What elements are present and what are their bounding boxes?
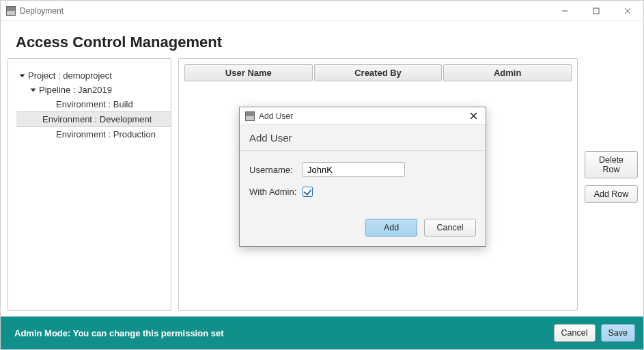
with-admin-label: With Admin: [249,187,303,197]
tree-panel: Project : demoproject Pipeline : Jan2019… [8,58,171,311]
window-title: Deployment [20,6,64,16]
add-user-dialog: Add User Add User Username: With Admin: [239,107,486,247]
app-window: Deployment Access Control Management Pro… [0,0,644,350]
page-title: Access Control Management [16,33,628,51]
close-button[interactable] [612,1,643,21]
tree-pipeline-label: Pipeline : Jan2019 [39,85,112,95]
tree-env-dev-label: Environment : Development [42,114,152,124]
window-controls [549,1,643,21]
titlebar: Deployment [1,1,643,21]
footer-cancel-button[interactable]: Cancel [554,324,596,342]
dialog-cancel-button[interactable]: Cancel [424,219,476,237]
chevron-down-icon [20,74,25,77]
add-row-button[interactable]: Add Row [585,185,638,203]
with-admin-checkbox[interactable] [303,187,313,197]
delete-row-button[interactable]: Delete Row [585,151,638,178]
page-header: Access Control Management [1,21,643,58]
dialog-actions: Add Cancel [240,213,486,246]
tree-env-build-label: Environment : Build [56,99,133,109]
tree-project-label: Project : demoproject [28,70,112,81]
chevron-down-icon [31,88,36,92]
dialog-titlebar: Add User [240,107,486,125]
username-label: Username: [249,165,303,175]
footer: Admin Mode: You can change this permissi… [1,317,643,349]
th-created-by[interactable]: Created By [314,64,443,81]
minimize-button[interactable] [549,1,580,21]
footer-status: Admin Mode: You can change this permissi… [14,328,224,338]
dialog-body: Username: With Admin: [240,151,486,213]
dialog-close-button[interactable] [466,109,480,123]
tree-env-prod-label: Environment : Production [56,129,156,139]
add-button[interactable]: Add [365,219,417,237]
footer-save-button[interactable]: Save [601,324,636,342]
tree-env-production[interactable]: Environment : Production [53,127,164,142]
content-area: Project : demoproject Pipeline : Jan2019… [1,58,643,317]
th-user-name[interactable]: User Name [184,64,313,81]
username-input[interactable] [303,162,405,177]
dialog-header: Add User [240,125,486,151]
tree-pipeline[interactable]: Pipeline : Jan2019 [29,83,164,97]
dialog-icon [245,111,255,121]
side-buttons: Delete Row Add Row [585,58,638,311]
maximize-button[interactable] [580,1,612,21]
tree-env-development[interactable]: Environment : Development [16,111,171,127]
tree-env-build[interactable]: Environment : Build [53,97,164,111]
dialog-window-title: Add User [259,111,293,121]
svg-rect-1 [593,8,599,14]
table-header: User Name Created By Admin [184,64,572,81]
app-icon [6,6,16,16]
titlebar-left: Deployment [6,6,64,16]
footer-buttons: Cancel Save [554,324,635,342]
tree-project[interactable]: Project : demoproject [18,68,164,83]
main-panel: User Name Created By Admin Add User Add … [178,58,578,311]
th-admin[interactable]: Admin [443,64,572,81]
